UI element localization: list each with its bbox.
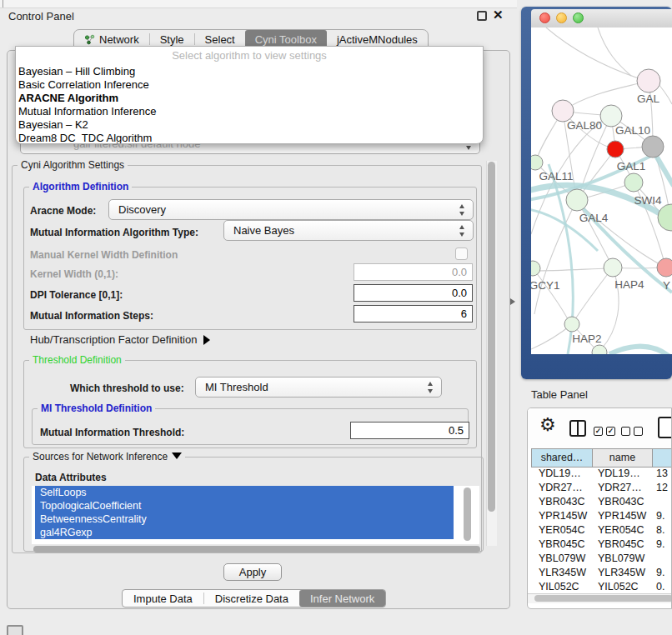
- attribute-item-betweennesscentrality[interactable]: BetweennessCentrality: [35, 512, 454, 526]
- data-attributes-list[interactable]: SelfLoopsTopologicalCoefficientBetweenne…: [32, 486, 479, 544]
- network-window-titlebar[interactable]: [531, 9, 672, 28]
- table-panel-title: Table Panel: [531, 388, 588, 401]
- combo-stepper-icon: [427, 382, 434, 393]
- mi-algorithm-type-value: Naive Bayes: [233, 224, 294, 237]
- sources-horizontal-scrollbar[interactable]: [33, 546, 480, 552]
- deselect-checkbox-icon-2[interactable]: [634, 427, 643, 436]
- algorithm-option-basic-correlation-inference[interactable]: Basic Correlation Inference: [16, 78, 483, 92]
- tab-infer-network[interactable]: Infer Network: [299, 590, 385, 607]
- cell-c2: YBR043C: [598, 496, 644, 508]
- float-panel-icon[interactable]: [477, 11, 487, 21]
- network-icon: [84, 34, 95, 45]
- attributes-list-scrollbar[interactable]: [464, 488, 471, 541]
- cell-c2: YDL19…: [598, 468, 640, 479]
- settings-scrollbar-thumb[interactable]: [488, 162, 495, 512]
- combo-stepper-icon: [459, 225, 466, 237]
- cell-c1: YDR27…: [539, 482, 583, 493]
- table-row[interactable]: YPR145WYPR145W9.: [532, 510, 671, 524]
- sources-title[interactable]: Sources for Network Inference: [29, 451, 185, 462]
- gear-icon[interactable]: ⚙: [539, 414, 556, 435]
- tab-label: Cyni Toolbox: [255, 33, 317, 46]
- network-canvas[interactable]: GALGAL80GAL10GAL1SWI4GAL11GAL4GCY1HAP4YH…: [531, 28, 672, 354]
- table-row[interactable]: YER054CYER054C8.: [532, 524, 671, 538]
- network-node-hap4[interactable]: [604, 258, 622, 277]
- attribute-item-topologicalcoefficient[interactable]: TopologicalCoefficient: [35, 499, 454, 512]
- tab-impute-data[interactable]: Impute Data: [123, 590, 203, 607]
- table-row[interactable]: YDL19…YDL19…13: [532, 468, 671, 482]
- network-node-bottom[interactable]: [592, 345, 607, 354]
- tab-label: Network: [99, 33, 139, 46]
- network-node-gal4[interactable]: [566, 189, 588, 211]
- network-node-gal1[interactable]: [624, 173, 643, 192]
- cell-c3: 12: [656, 482, 668, 493]
- table-row[interactable]: YDR27…YDR27…12: [532, 482, 671, 496]
- table-row[interactable]: YLR345WYLR345W9.: [532, 567, 671, 581]
- network-node-gcy1[interactable]: [531, 261, 540, 276]
- network-node-big-green[interactable]: [658, 204, 672, 231]
- cell-c3: 8.: [656, 524, 664, 536]
- network-window[interactable]: GALGAL80GAL10GAL1SWI4GAL11GAL4GCY1HAP4YH…: [521, 7, 672, 379]
- network-edge-thick: [609, 347, 672, 354]
- column-header-cut[interactable]: [652, 448, 672, 468]
- top-strip: [0, 0, 517, 8]
- columns-icon[interactable]: [569, 420, 586, 437]
- network-node-salmon[interactable]: [657, 258, 672, 277]
- float-grip-icon[interactable]: [7, 625, 23, 635]
- select-all-checkbox-icon-1[interactable]: ✓: [594, 427, 603, 436]
- network-node-hap2[interactable]: [564, 317, 579, 332]
- attribute-item-selfloops[interactable]: SelfLoops: [35, 486, 454, 499]
- cell-c2: YER054C: [598, 524, 644, 536]
- panel-splitter-arrow[interactable]: [510, 298, 515, 305]
- column-header-shared[interactable]: shared…: [531, 448, 593, 468]
- expander-arrow-icon: [203, 335, 210, 345]
- network-label-gal4: GAL4: [579, 212, 609, 224]
- table-row[interactable]: YBR043CYBR043C: [532, 496, 671, 510]
- manual-kernel-width-checkbox[interactable]: [455, 248, 468, 260]
- tab-discretize-data[interactable]: Discretize Data: [204, 590, 299, 607]
- hub-definition-expander[interactable]: Hub/Transcription Factor Definition: [30, 333, 210, 346]
- deselect-checkbox-icon-1[interactable]: [621, 427, 630, 436]
- aracne-mode-combobox[interactable]: Discovery: [108, 199, 474, 220]
- cell-c1: YDL19…: [539, 468, 581, 479]
- control-panel-title: Control Panel: [8, 10, 74, 22]
- close-traffic-light-icon[interactable]: [539, 12, 550, 23]
- cell-c2: YPR145W: [598, 510, 646, 522]
- cell-c1: YBR045C: [539, 538, 585, 550]
- cell-c2: YBL079W: [598, 552, 644, 564]
- cell-c1: YBL079W: [539, 552, 585, 564]
- which-threshold-combobox[interactable]: MI Threshold: [195, 377, 442, 398]
- select-all-checkbox-icon-2[interactable]: ✓: [606, 427, 615, 436]
- zoom-traffic-light-icon[interactable]: [573, 12, 584, 23]
- tab-label: jActiveMNodules: [337, 33, 418, 46]
- network-label-y: Y: [663, 279, 670, 292]
- algorithm-option-mutual-information-inference[interactable]: Mutual Information Inference: [16, 105, 483, 118]
- column-header-name[interactable]: name: [592, 448, 653, 468]
- algorithm-option-bayesian-hill-climbing[interactable]: Bayesian – Hill Climbing: [16, 65, 483, 78]
- algorithm-option-dream8-dc-tdc-algorithm[interactable]: Dream8 DC_TDC Algorithm: [16, 132, 483, 144]
- cell-c3: 9.: [656, 567, 664, 578]
- network-node-red-node[interactable]: [607, 141, 624, 158]
- table-hscroll-thumb[interactable]: [534, 595, 672, 602]
- new-table-icon[interactable]: [658, 417, 672, 438]
- mi-threshold-label: Mutual Information Threshold:: [40, 427, 184, 438]
- close-icon[interactable]: ✕: [493, 8, 504, 22]
- apply-button[interactable]: Apply: [223, 563, 282, 581]
- attribute-item-gal4rgexp[interactable]: gal4RGexp: [35, 526, 454, 539]
- network-node-gal11[interactable]: [531, 155, 543, 170]
- network-label-hap2: HAP2: [572, 332, 601, 345]
- algorithm-option-bayesian-k2[interactable]: Bayesian – K2: [16, 118, 483, 132]
- table-row[interactable]: YBL079WYBL079W: [532, 552, 671, 567]
- table-row[interactable]: YBR045CYBR045C9.: [532, 538, 671, 552]
- mi-algorithm-type-combobox[interactable]: Naive Bayes: [223, 220, 474, 241]
- network-label-gal1: GAL1: [617, 160, 646, 172]
- mi-threshold-field[interactable]: 0.5: [350, 422, 469, 439]
- network-node-gray-node[interactable]: [642, 136, 664, 158]
- dpi-tolerance-field[interactable]: 0.0: [354, 284, 473, 302]
- kernel-width-field[interactable]: 0.0: [354, 263, 473, 281]
- network-node-top-pink[interactable]: [637, 69, 660, 92]
- minimize-traffic-light-icon[interactable]: [556, 12, 567, 23]
- mi-steps-field[interactable]: 6: [354, 305, 473, 322]
- aracne-mode-label: Aracne Mode:: [30, 205, 96, 217]
- cell-c3: 0.: [656, 581, 664, 592]
- algorithm-option-aracne-algorithm[interactable]: ARACNE Algorithm: [16, 92, 483, 105]
